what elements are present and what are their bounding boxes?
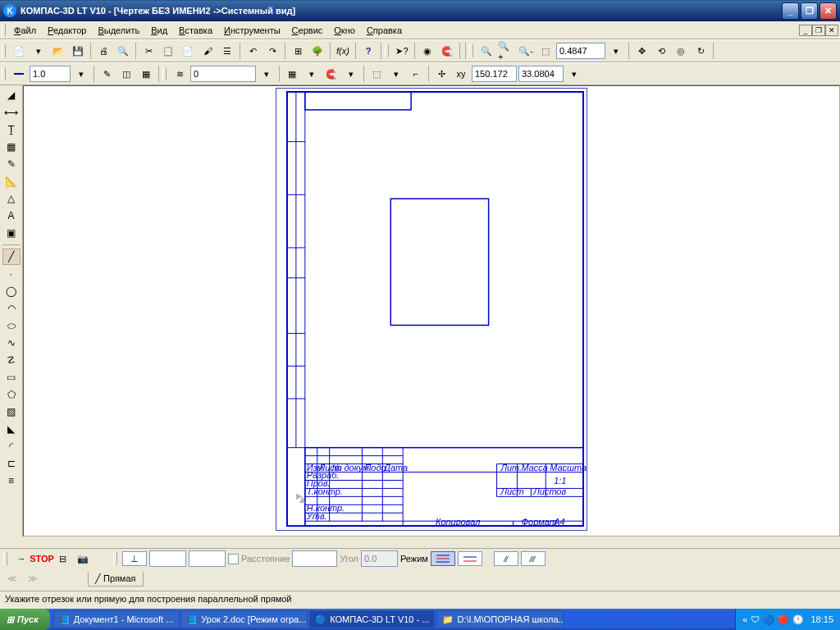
style-hatch2-icon[interactable]: ⫻: [521, 551, 546, 566]
grip-handle[interactable]: [2, 67, 6, 80]
taskbar-item[interactable]: 📘Документ1 - Microsoft ...: [53, 610, 180, 628]
snap-dropdown[interactable]: ▾: [342, 65, 360, 83]
redo-button[interactable]: ↷: [263, 42, 281, 60]
taskbar-item[interactable]: 📁D:\I.M\ОПОРНАЯ школа...: [436, 610, 564, 628]
zoom-out-button[interactable]: 🔍-: [517, 42, 535, 60]
nav-right-button[interactable]: ≫: [24, 570, 42, 588]
copy-props-button[interactable]: 🖌: [199, 42, 217, 60]
manager-button[interactable]: ⊞: [289, 42, 307, 60]
dropdown-icon[interactable]: ▾: [30, 42, 48, 60]
cut-button[interactable]: ✂: [139, 42, 158, 60]
mdi-restore[interactable]: ❐: [812, 25, 825, 36]
point-tool[interactable]: ·: [2, 266, 21, 282]
dims-icon[interactable]: ⟷: [2, 104, 21, 121]
grip-handle[interactable]: [2, 44, 6, 57]
layer-input[interactable]: [190, 66, 256, 82]
nav-left-button[interactable]: ≪: [3, 570, 21, 588]
calc-button[interactable]: ▾: [565, 65, 583, 83]
properties-button[interactable]: ☰: [218, 42, 236, 60]
ortho-dropdown[interactable]: ▾: [387, 65, 405, 83]
drawing-area[interactable]: Изм Лист № докум. Подп. Дата Разраб. Про…: [23, 85, 840, 536]
menu-файл[interactable]: Файл: [8, 24, 42, 37]
close-button[interactable]: ✕: [819, 2, 837, 20]
hatch-tool[interactable]: ▨: [2, 404, 21, 420]
measure-icon[interactable]: 📐: [2, 173, 21, 189]
remember-state-button[interactable]: 📷: [74, 550, 92, 568]
polygon-tool[interactable]: ⬠: [2, 386, 21, 403]
zoom-dropdown[interactable]: ▾: [607, 42, 625, 60]
minimize-button[interactable]: _: [782, 2, 799, 20]
menu-инструменты[interactable]: Инструменты: [218, 24, 286, 37]
grip-handle[interactable]: [2, 24, 6, 37]
x-coord-input[interactable]: [472, 66, 517, 82]
coords-icon[interactable]: xy: [452, 65, 470, 83]
orbit-button[interactable]: ◎: [672, 42, 690, 60]
views-icon[interactable]: ▣: [2, 225, 21, 241]
snap-button2[interactable]: 🧲: [322, 65, 340, 83]
print-button[interactable]: 🖨: [94, 42, 112, 60]
geometry-icon[interactable]: ◢: [2, 87, 21, 103]
grid-button[interactable]: ▦: [283, 65, 301, 83]
pan-button[interactable]: ✥: [632, 42, 651, 60]
taskbar-item[interactable]: 🔵КОМПАС-3D LT V10 - ...: [309, 610, 435, 628]
mdi-minimize[interactable]: _: [799, 25, 812, 36]
point1-button[interactable]: ⊥: [122, 551, 147, 566]
help-button[interactable]: ?: [359, 42, 377, 60]
collect-tool[interactable]: ≡: [2, 472, 21, 489]
circle-tool[interactable]: ◯: [2, 283, 21, 299]
style-hatch1-icon[interactable]: ⫽: [494, 551, 518, 566]
grip-handle[interactable]: [113, 552, 117, 565]
state-button-2[interactable]: ◫: [117, 65, 135, 83]
menu-окно[interactable]: Окно: [328, 24, 361, 37]
shield-icon[interactable]: 🛡: [751, 614, 760, 624]
snap-button[interactable]: 🧲: [438, 42, 456, 60]
grip-handle[interactable]: [3, 552, 7, 565]
grid-dropdown[interactable]: ▾: [303, 65, 321, 83]
tab-line[interactable]: ╱ Прямая: [88, 572, 144, 587]
arc-tool[interactable]: ◠: [2, 300, 21, 317]
line-tool[interactable]: ╱: [2, 249, 21, 265]
layer-dropdown[interactable]: ▾: [258, 65, 276, 83]
lang-icon[interactable]: 🔵: [763, 614, 774, 625]
style-input[interactable]: [30, 66, 71, 82]
edit-icon[interactable]: ▦: [2, 139, 21, 155]
rect-tool[interactable]: ▭: [2, 369, 21, 386]
copy-button[interactable]: 📋: [159, 42, 177, 60]
menu-редактор[interactable]: Редактор: [42, 24, 92, 37]
state-button-3[interactable]: ▦: [137, 65, 155, 83]
menu-вид[interactable]: Вид: [145, 24, 173, 37]
zoom-input[interactable]: [556, 43, 605, 59]
zoom-fit-button[interactable]: 🔍: [477, 42, 495, 60]
undo-button[interactable]: ↶: [244, 42, 262, 60]
round-dim-button[interactable]: ⌐: [407, 65, 425, 83]
spline-tool[interactable]: ∿: [2, 335, 21, 351]
menu-вставка[interactable]: Вставка: [173, 24, 218, 37]
text-icon[interactable]: Ṯ: [2, 121, 21, 138]
polyline-tool[interactable]: ☡: [2, 352, 21, 368]
start-button[interactable]: ⊞ Пуск: [0, 609, 50, 630]
distance-checkbox[interactable]: [228, 554, 239, 564]
redraw-button[interactable]: ↻: [692, 42, 710, 60]
rotate-button[interactable]: ⟲: [652, 42, 670, 60]
variables-button[interactable]: f(x): [334, 42, 352, 60]
distance-input[interactable]: [292, 550, 337, 567]
zoom-in-button[interactable]: 🔍+: [497, 42, 515, 60]
lcs-button[interactable]: ✢: [432, 65, 450, 83]
layers-icon[interactable]: ≋: [171, 65, 189, 83]
new-button[interactable]: 📄: [10, 42, 28, 60]
point1-x[interactable]: [149, 550, 186, 567]
fillet-tool[interactable]: ◜: [2, 438, 21, 454]
select-icon[interactable]: △: [2, 190, 21, 207]
taskbar-item[interactable]: 📘Урок 2.doc [Режим огра...: [180, 610, 308, 628]
line-style-icon[interactable]: [10, 65, 28, 83]
maximize-button[interactable]: ❐: [801, 2, 818, 20]
grip-handle[interactable]: [469, 44, 473, 57]
save-button[interactable]: 💾: [69, 42, 87, 60]
mode-one-icon[interactable]: [458, 551, 482, 566]
auto-create-button[interactable]: ⊟: [53, 550, 71, 568]
opt1-button[interactable]: ◉: [418, 42, 436, 60]
chamfer-tool[interactable]: ◣: [2, 421, 21, 437]
paste-button[interactable]: 📄: [179, 42, 197, 60]
tree-button[interactable]: 🌳: [308, 42, 326, 60]
point1-y[interactable]: [189, 550, 226, 567]
